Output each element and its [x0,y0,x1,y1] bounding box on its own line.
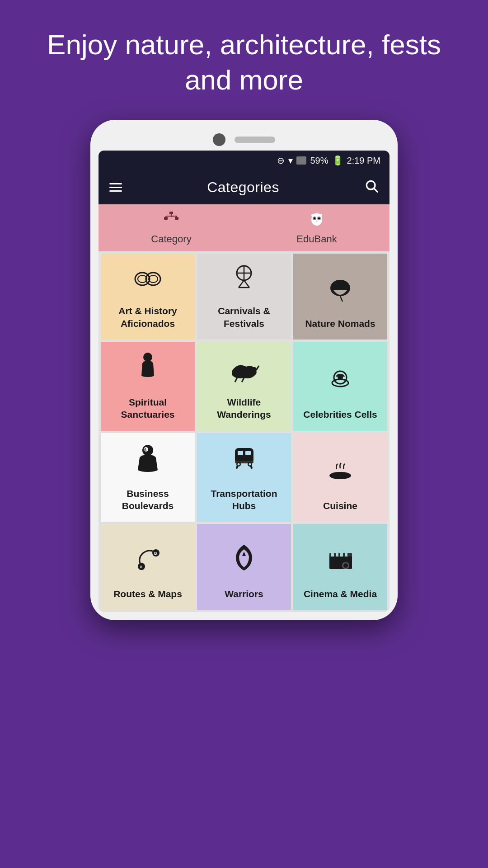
svg-rect-40 [245,451,251,455]
category-carnivals[interactable]: Carnivals &Festivals [197,254,291,340]
art-history-icon [133,266,163,297]
nature-nomads-icon [327,277,354,310]
svg-rect-5 [175,217,178,220]
svg-text:B: B [154,551,157,556]
category-wildlife[interactable]: WildlifeWanderings [197,342,291,431]
tab-category[interactable]: Category [99,204,244,251]
status-bar: ⊖ ▾ 59% 🔋 2:19 PM [99,151,389,170]
category-cinema[interactable]: Cinema & Media [293,524,387,610]
svg-rect-4 [164,217,168,220]
category-spiritual[interactable]: SpiritualSanctuaries [101,342,195,431]
svg-text:$: $ [144,448,146,452]
svg-line-25 [239,280,244,288]
svg-point-34 [338,375,343,380]
tab-edubank[interactable]: EduBank [244,204,389,251]
svg-line-26 [244,280,249,288]
signal-icon [296,156,306,165]
categories-grid: Art & HistoryAficionados Carnivals &Fest… [99,251,389,612]
battery-icon: 🔋 [332,155,343,166]
nature-nomads-label: Nature Nomads [305,317,375,330]
clock: 2:19 PM [347,156,380,166]
svg-rect-58 [340,553,343,557]
category-tab-label: Category [151,233,191,245]
status-icons: ⊖ ▾ 59% 🔋 2:19 PM [277,155,380,166]
category-business[interactable]: $ BusinessBoulevards [101,433,195,522]
app-bar: Categories [99,170,389,204]
svg-rect-0 [296,156,306,165]
edubank-tab-icon [309,211,325,231]
carnivals-label: Carnivals &Festivals [218,305,270,330]
warriors-label: Warriors [225,588,263,600]
speaker [235,137,275,143]
spiritual-label: SpiritualSanctuaries [121,396,174,421]
hamburger-line-1 [109,183,122,184]
app-bar-title: Categories [207,179,279,196]
phone-frame: ⊖ ▾ 59% 🔋 2:19 PM Categories [90,120,398,620]
routes-label: Routes & Maps [113,588,182,600]
svg-point-33 [332,379,348,387]
art-history-label: Art & HistoryAficionados [118,305,177,330]
category-routes[interactable]: B A Routes & Maps [101,524,195,610]
svg-point-13 [314,217,315,219]
transportation-icon [230,444,259,480]
svg-text:A: A [140,565,143,569]
category-cuisine[interactable]: Cuisine [293,433,387,522]
svg-point-30 [143,353,152,362]
svg-rect-57 [336,553,338,557]
cinema-label: Cinema & Media [304,588,377,600]
category-art-history[interactable]: Art & HistoryAficionados [101,254,195,340]
tab-bar: Category E [99,204,389,251]
svg-point-47 [237,463,239,465]
wifi-icon: ▾ [288,155,293,166]
transportation-label: TransportationHubs [211,487,277,512]
edubank-tab-label: EduBank [296,233,337,245]
cinema-icon [326,545,355,580]
spiritual-icon [134,351,161,389]
svg-line-2 [374,189,377,192]
routes-icon: B A [133,545,163,580]
warriors-icon [230,542,259,580]
phone-screen: ⊖ ▾ 59% 🔋 2:19 PM Categories [99,151,389,612]
hero-text: Enjoy nature, architecture, fests and mo… [0,0,488,120]
battery-percent: 59% [310,156,328,166]
category-celebrities[interactable]: Celebrities Cells [293,342,387,431]
category-warriors[interactable]: Warriors [197,524,291,610]
category-nature-nomads[interactable]: Nature Nomads [293,254,387,340]
wildlife-icon [228,358,260,389]
wildlife-label: WildlifeWanderings [217,396,271,421]
celebrities-icon [326,368,355,401]
svg-rect-59 [345,553,347,557]
svg-rect-56 [331,553,334,557]
category-tab-icon [163,211,179,231]
cuisine-icon [326,457,355,492]
search-button[interactable] [364,179,379,196]
svg-point-20 [146,273,160,285]
category-transportation[interactable]: TransportationHubs [197,433,291,522]
camera [213,133,225,146]
business-label: BusinessBoulevards [122,487,174,512]
minus-icon: ⊖ [277,155,285,166]
carnivals-icon [230,264,259,297]
celebrities-label: Celebrities Cells [303,408,377,420]
svg-point-14 [318,217,320,219]
svg-rect-39 [238,451,243,455]
svg-point-61 [343,563,348,568]
hamburger-line-3 [109,190,122,192]
hamburger-line-2 [109,187,122,188]
phone-top-bar [99,128,389,151]
svg-rect-3 [169,212,173,214]
svg-point-48 [249,463,251,465]
hamburger-menu[interactable] [109,183,122,192]
business-icon: $ [133,442,163,480]
svg-line-29 [340,296,343,302]
cuisine-label: Cuisine [323,500,357,512]
